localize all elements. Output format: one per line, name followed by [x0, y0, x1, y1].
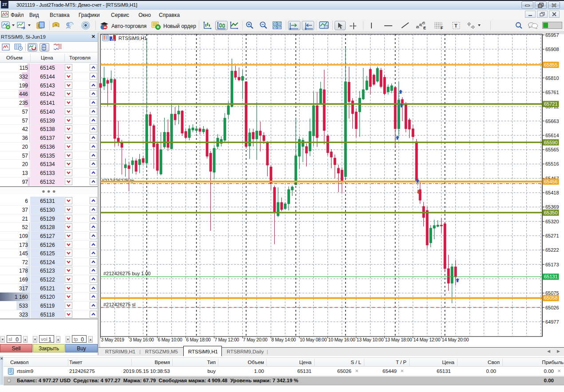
svg-text:3 May 16:00: 3 May 16:00	[130, 337, 154, 342]
svg-text:14 May 20:00: 14 May 20:00	[442, 337, 469, 342]
svg-text:65590: 65590	[544, 140, 558, 145]
svg-text:6 May 10:00: 6 May 10:00	[158, 337, 182, 342]
svg-text:RTSSiM9,H1: RTSSiM9,H1	[118, 36, 147, 41]
svg-text:13 May 10:00: 13 May 10:00	[357, 337, 384, 342]
svg-text:F: F	[441, 26, 443, 30]
svg-text:65026: 65026	[545, 305, 559, 310]
svg-text:65418: 65418	[545, 190, 559, 195]
svg-text:14 May 12:00: 14 May 12:00	[414, 337, 441, 342]
svg-text:#212426275 sl: #212426275 sl	[103, 302, 135, 307]
svg-text:65663: 65663	[545, 119, 559, 124]
svg-text:7 May 12:00: 7 May 12:00	[215, 337, 239, 342]
svg-text:65271: 65271	[545, 233, 559, 238]
svg-text:T: T	[454, 23, 458, 28]
svg-text:65058: 65058	[544, 295, 558, 301]
svg-text:10 May 08:00: 10 May 08:00	[300, 337, 327, 342]
svg-text:13 May 18:00: 13 May 18:00	[385, 337, 412, 342]
svg-text:#212426275 buy 1.00: #212426275 buy 1.00	[103, 271, 150, 276]
svg-text:5: 5	[55, 23, 57, 27]
svg-text:65320: 65320	[545, 219, 559, 224]
svg-text:8 May 14:00: 8 May 14:00	[272, 337, 296, 342]
svg-text:65614: 65614	[545, 133, 559, 138]
svg-text:65721: 65721	[544, 101, 558, 107]
svg-text:65761: 65761	[545, 90, 559, 95]
svg-text:65908: 65908	[545, 47, 559, 52]
svg-text:7 May 20:00: 7 May 20:00	[243, 337, 268, 342]
svg-text:65855: 65855	[544, 62, 558, 67]
svg-text:65350: 65350	[544, 210, 558, 215]
svg-text:65222: 65222	[545, 247, 559, 253]
svg-text:65456: 65456	[544, 179, 558, 184]
svg-text:65131: 65131	[544, 274, 558, 279]
svg-text:3 May 2019: 3 May 2019	[101, 337, 125, 342]
svg-text:65957: 65957	[545, 33, 559, 38]
svg-text:65810: 65810	[545, 75, 559, 81]
svg-text:10 May 16:00: 10 May 16:00	[328, 337, 355, 342]
svg-text:65173: 65173	[545, 262, 559, 267]
svg-text:64977: 64977	[545, 319, 559, 325]
svg-text:E: E	[423, 26, 426, 30]
svg-text:65516: 65516	[545, 161, 559, 166]
svg-text:65369: 65369	[545, 204, 559, 210]
svg-text:6 May 18:00: 6 May 18:00	[186, 337, 211, 342]
svg-text:65565: 65565	[545, 147, 559, 152]
